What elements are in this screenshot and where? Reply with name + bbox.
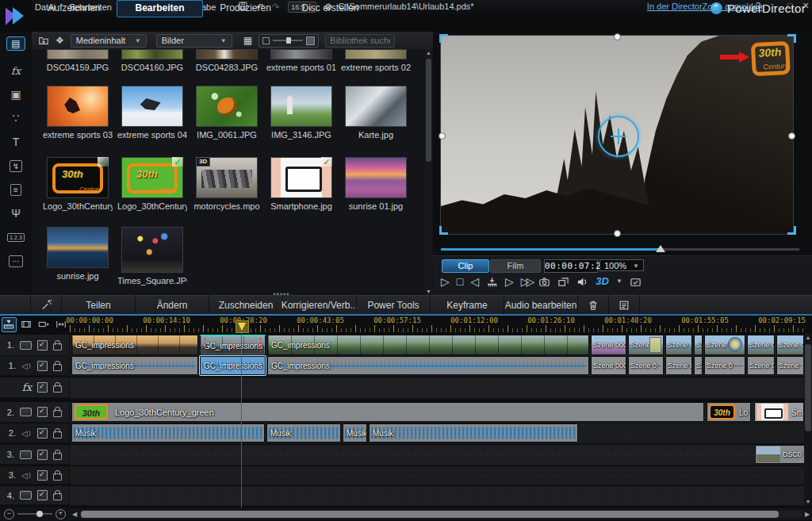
3d-mode-button[interactable]: 3D	[596, 274, 609, 289]
library-item[interactable]: 30thCentury ✓ Karte.jpg	[341, 86, 411, 140]
track-enable-checkbox[interactable]	[37, 361, 48, 371]
3d-dropdown-icon[interactable]: ▼	[616, 274, 622, 289]
timeline-clip[interactable]: GC_impressions	[71, 335, 198, 355]
library-item[interactable]: 30thCentury ✓ sunrise.jpg	[43, 227, 113, 281]
undock-preview-icon[interactable]	[557, 276, 569, 288]
track-header[interactable]: 4.	[0, 486, 69, 505]
selection-corner-tl[interactable]	[439, 34, 448, 43]
fast-forward-button[interactable]: ▷▷	[521, 274, 532, 289]
volume-icon[interactable]	[576, 276, 588, 288]
timeline-audio-clip[interactable]: Szene 0	[704, 356, 745, 375]
library-item[interactable]: 30thCentury ✓ DSC04160.JPG	[117, 49, 187, 72]
track-lock-icon[interactable]	[53, 431, 62, 439]
timeline-horizontal-scrollbar[interactable]: ◀ ▶	[70, 508, 812, 520]
toolbar-button[interactable]: Ändern	[135, 295, 209, 315]
selection-corner-br[interactable]	[787, 226, 796, 235]
timeline-clip[interactable]: Szene 00	[665, 335, 692, 355]
zoom-slider-thumb[interactable]	[36, 511, 43, 517]
timeline-audio-clip[interactable]: GC_impressions	[71, 356, 198, 375]
timeline-audio-clip[interactable]: Szene	[776, 356, 804, 375]
timeline-clip[interactable]: Szene 0	[628, 335, 664, 355]
library-thumbnail[interactable]: 30thCentury ✓	[270, 157, 332, 198]
timeline-audio-clip[interactable]: GC_impressions	[200, 356, 266, 375]
library-thumbnail[interactable]: 30thCentury ✓	[196, 49, 258, 59]
pip-move-handle[interactable]	[598, 116, 639, 157]
toolbar-button[interactable]: Korrigieren/Verb...	[282, 295, 356, 315]
track-enable-checkbox[interactable]	[37, 490, 48, 500]
room-button[interactable]: 1.2.3	[0, 225, 32, 249]
zoom-out-button[interactable]: −	[4, 509, 14, 519]
library-item[interactable]: 30thCentury ✓ Smartphone.jpg	[266, 157, 336, 211]
plugin-icon[interactable]: ❖	[56, 35, 64, 46]
library-item[interactable]: 30thCentury ✓ sunrise 01.jpg	[341, 157, 411, 211]
library-scrollbar-thumb[interactable]	[426, 59, 431, 162]
selection-handle-left[interactable]	[439, 132, 446, 140]
stop-button[interactable]: □	[457, 274, 463, 289]
track-enable-checkbox[interactable]	[37, 470, 48, 481]
room-button[interactable]: Ψ	[0, 201, 32, 225]
timeline-ruler[interactable]: 00:00:00:0000:00:14:1000:00:28:2000:00:4…	[70, 316, 804, 333]
preview-viewport[interactable]: 30th Century	[441, 36, 793, 234]
library-search-input[interactable]	[325, 34, 395, 48]
timeline-clip[interactable]: Logo_30thCentury_green	[71, 402, 704, 422]
library-thumbnail[interactable]: 30thCentury ✓	[47, 227, 109, 268]
goto-position-button[interactable]	[486, 276, 498, 288]
room-button[interactable]: ▣	[0, 82, 32, 106]
track-header[interactable]: 3.	[0, 445, 69, 465]
selection-corner-bl[interactable]	[439, 226, 448, 235]
storyboard-view-button[interactable]	[19, 317, 34, 332]
track-lock-icon[interactable]	[53, 364, 62, 371]
track-enable-checkbox[interactable]	[37, 407, 48, 417]
import-media-icon[interactable]	[38, 35, 49, 46]
horizontal-scrollbar-thumb[interactable]	[81, 511, 779, 518]
thumbnail-size-slider[interactable]	[259, 34, 319, 48]
library-item[interactable]: 30thCentury ✓ Times_Square.JPG	[117, 227, 187, 285]
film-mode-button[interactable]: Film	[490, 259, 541, 273]
timeline-audio-clip[interactable]: GC_impressions	[267, 356, 589, 375]
timeline-clip[interactable]: Sma	[754, 402, 804, 422]
library-item[interactable]: 30thCentury ✓ extreme sports 02.jpg	[341, 49, 411, 72]
track-lane[interactable]	[70, 377, 804, 399]
playhead-marker[interactable]	[236, 320, 249, 333]
selection-handle-top[interactable]	[614, 33, 621, 40]
library-scrollbar[interactable]: ▲ ▼	[425, 49, 432, 295]
track-enable-checkbox[interactable]	[37, 340, 48, 351]
toolbar-button[interactable]: Teilen	[61, 295, 135, 315]
library-item[interactable]: 30thCentury ✓ IMG_3146.JPG	[266, 86, 336, 140]
track-lock-icon[interactable]	[53, 473, 62, 481]
30th-century-logo-overlay[interactable]: 30th Century	[751, 40, 793, 83]
library-thumbnail[interactable]: 30thCentury ✓	[196, 86, 258, 127]
track-lane[interactable]	[70, 486, 804, 506]
next-frame-button[interactable]: ▷	[505, 274, 514, 289]
scroll-down-icon[interactable]: ▼	[804, 499, 812, 504]
track-header[interactable]: 2.	[0, 423, 69, 443]
timeline-clip[interactable]: Lo	[707, 402, 751, 422]
room-button[interactable]: ∵	[0, 106, 32, 130]
track-header[interactable]: 3.	[0, 466, 69, 485]
grid-view-icon[interactable]: ▦	[243, 35, 252, 46]
clip-mode-button[interactable]: Clip	[442, 259, 489, 273]
trash-icon[interactable]	[577, 295, 608, 315]
selection-handle-bottom[interactable]	[614, 230, 621, 237]
preview-seek-slider[interactable]	[441, 246, 799, 254]
timeline-scrollbar-thumb[interactable]	[805, 344, 811, 431]
toolbar-button[interactable]: Keyframe	[430, 295, 504, 315]
scroll-left-icon[interactable]: ◀	[70, 511, 79, 518]
library-item[interactable]: 30thCentury ✓ Logo_30thCentury_...	[117, 157, 187, 211]
library-thumbnail[interactable]: 30thCentury ✓	[47, 49, 109, 59]
zoom-in-button[interactable]: +	[56, 509, 66, 519]
library-thumbnail[interactable]: 30thCentury ✓	[47, 86, 109, 127]
timeline-clip[interactable]: GC_impressions	[200, 335, 266, 355]
track-header[interactable]: 1.	[0, 356, 69, 376]
track-lock-icon[interactable]	[53, 453, 62, 460]
track-enable-checkbox[interactable]	[37, 428, 48, 439]
scroll-down-icon[interactable]: ▼	[425, 289, 432, 294]
library-thumbnail[interactable]: 30thCentury ✓	[345, 86, 407, 127]
mode-tab[interactable]: Bearbeiten	[117, 0, 203, 17]
play-button[interactable]: ▷	[441, 274, 450, 289]
library-item[interactable]: 30thCentury ✓ IMG_0061.JPG	[192, 86, 262, 140]
timeline-clip[interactable]: Szene 0	[704, 335, 745, 355]
track-lock-icon[interactable]	[53, 410, 62, 417]
mode-tab[interactable]: Aufzeichnen	[32, 0, 117, 17]
timeline-clip[interactable]: Sz	[694, 335, 703, 355]
